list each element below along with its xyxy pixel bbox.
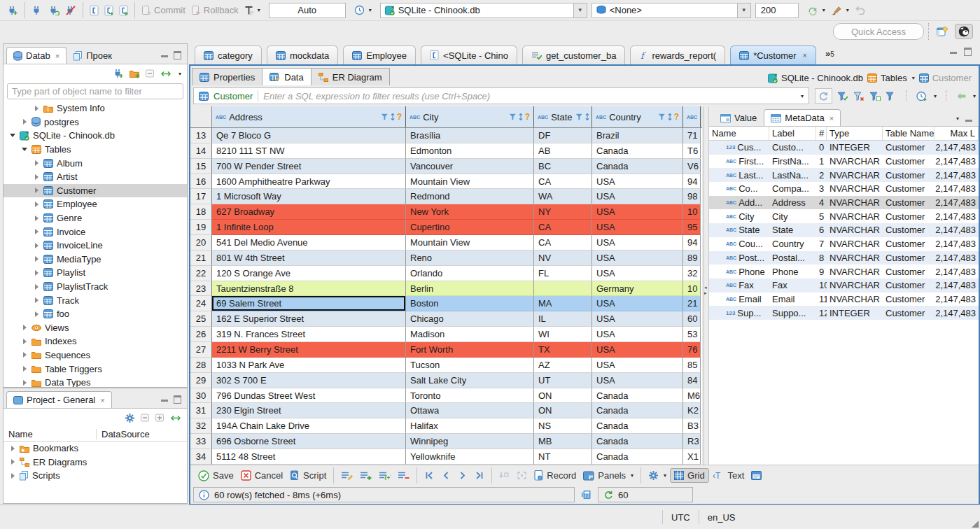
record-mode-button[interactable]: iRecord	[531, 469, 580, 482]
maximize-icon[interactable]	[964, 48, 972, 56]
data-cell[interactable]: 8210 111 ST NW	[212, 143, 406, 159]
expand-arrow-icon[interactable]	[33, 229, 40, 234]
data-cell[interactable]: 21	[683, 296, 701, 311]
sort-icon[interactable]	[518, 113, 524, 121]
sql-history-button[interactable]: ▾	[351, 3, 374, 17]
column-header-state[interactable]: ABCState?	[534, 106, 592, 127]
data-cell[interactable]: M6	[683, 388, 701, 404]
data-cell[interactable]: Halifax	[406, 418, 534, 434]
meta-column-table-name[interactable]: Table Name	[883, 127, 934, 140]
data-cell[interactable]: USA	[592, 266, 683, 281]
rollback-button[interactable]: Rollback	[188, 3, 241, 17]
data-cell[interactable]: Mountain View	[406, 174, 534, 190]
data-cell[interactable]: USA	[592, 189, 683, 204]
meta-column-max-l[interactable]: Max L	[934, 127, 979, 140]
open-sql-editor-button[interactable]	[102, 4, 116, 17]
tree-item-playlist[interactable]: Playlist	[4, 266, 187, 280]
expand-arrow-icon[interactable]	[21, 148, 28, 151]
editor-tab-get-customer-ba[interactable]: get_customer_ba	[522, 45, 625, 64]
data-cell[interactable]: USA	[592, 373, 683, 388]
column-header-city[interactable]: ABCCity?	[406, 106, 534, 127]
data-cell[interactable]: 319 N. Frances Street	[212, 327, 406, 342]
new-connection-button[interactable]	[4, 4, 21, 17]
tab-data[interactable]: Data	[262, 68, 311, 85]
data-cell[interactable]: 1 Infinite Loop	[212, 220, 406, 235]
tree-item-invoiceline[interactable]: InvoiceLine	[4, 239, 187, 253]
data-cell[interactable]: UT	[534, 373, 592, 388]
editor-tab--sqlite-chino[interactable]: <SQLite - Chino	[421, 45, 517, 64]
data-cell[interactable]: NY	[534, 204, 592, 220]
collapse-all-icon[interactable]	[146, 69, 155, 78]
data-cell[interactable]: 162 E Superior Street	[212, 311, 406, 327]
data-cell[interactable]: BC	[534, 159, 592, 174]
more-tabs-chevron[interactable]: »5	[821, 48, 839, 59]
project-item-scripts[interactable]: Scripts	[4, 469, 187, 483]
metadata-row[interactable]: ABCFaxFax10NVARCHARCustomer2,147,483	[709, 278, 979, 292]
auto-refresh-icon[interactable]	[916, 91, 927, 101]
tree-item-sqlite-chinook-db[interactable]: SQLite - Chinook.db	[4, 129, 187, 143]
data-cell[interactable]: 302 S 700 E	[212, 373, 406, 388]
data-cell[interactable]: T6	[683, 143, 701, 159]
data-cell[interactable]: NS	[534, 418, 592, 434]
new-sql-script-button[interactable]	[116, 4, 131, 17]
apply-filter-icon[interactable]	[837, 92, 848, 101]
data-cell[interactable]: USA	[592, 251, 683, 266]
result-settings-button[interactable]: ▾	[645, 469, 670, 482]
editor-tab-mockdata[interactable]: mockdata	[267, 45, 338, 64]
expand-arrow-icon[interactable]	[21, 352, 28, 358]
tab-er-diagram[interactable]: ER Diagram	[312, 68, 390, 85]
expand-arrow-icon[interactable]	[21, 325, 28, 330]
filter-funnel-icon[interactable]	[658, 113, 666, 121]
collapse-all-icon[interactable]	[141, 414, 150, 422]
data-cell[interactable]: B3	[683, 418, 701, 434]
project-item-bookmarks[interactable]: Bookmarks	[4, 442, 187, 456]
expand-arrow-icon[interactable]	[33, 106, 40, 111]
data-cell[interactable]: Canada	[592, 449, 683, 465]
sort-icon[interactable]	[584, 113, 590, 121]
metadata-row[interactable]: ABCStateState6NVARCHARCustomer2,147,483	[709, 223, 979, 237]
data-cell[interactable]: Mountain View	[406, 235, 534, 251]
data-cell[interactable]: CA	[534, 174, 592, 190]
data-cell[interactable]: Vancouver	[406, 159, 534, 174]
data-cell[interactable]: Canada	[592, 159, 683, 174]
expand-arrow-icon[interactable]	[9, 459, 16, 465]
tree-item-views[interactable]: Views	[4, 321, 187, 335]
column-null-toggle[interactable]: ?	[674, 112, 679, 122]
data-cell[interactable]: WA	[534, 189, 592, 204]
data-cell[interactable]: MA	[534, 296, 592, 311]
grid-view-button[interactable]: Grid	[670, 468, 709, 483]
tree-item-track[interactable]: Track	[4, 293, 187, 307]
data-cell[interactable]: USA	[592, 204, 683, 220]
connection-combo[interactable]: SQLite - Chinook.db ▼	[380, 3, 587, 18]
column-header-country[interactable]: ABCCountry?	[592, 106, 683, 127]
data-cell[interactable]: 10	[683, 281, 701, 297]
tree-item-data-types[interactable]: Data Types	[4, 376, 187, 387]
editor-tab--customer[interactable]: *Customer×	[730, 45, 816, 64]
data-cell[interactable]: 696 Osborne Street	[212, 434, 406, 449]
expand-arrow-icon[interactable]	[33, 202, 40, 207]
data-cell[interactable]: Tucson	[406, 358, 534, 373]
data-cell[interactable]: AB	[534, 143, 592, 159]
metadata-row[interactable]: ABCEmailEmail11NVARCHARCustomer2,147,483	[709, 292, 979, 306]
expand-arrow-icon[interactable]	[33, 160, 40, 166]
expand-arrow-icon[interactable]	[21, 380, 28, 386]
expand-arrow-icon[interactable]	[21, 366, 28, 372]
data-cell[interactable]: Cupertino	[406, 220, 534, 235]
save-filter-icon[interactable]	[869, 92, 881, 101]
data-cell[interactable]: AZ	[534, 358, 592, 373]
tab-value[interactable]: Value	[713, 109, 764, 126]
disconnect-button[interactable]	[62, 4, 79, 17]
dbeaver-perspective-button[interactable]	[955, 24, 973, 40]
data-cell[interactable]: Berlin	[406, 281, 534, 297]
data-cell[interactable]: USA	[592, 174, 683, 190]
tree-item-indexes[interactable]: Indexes	[4, 334, 187, 348]
data-cell[interactable]: Ottawa	[406, 403, 534, 418]
remove-filter-icon[interactable]	[853, 92, 864, 101]
link-editor-icon[interactable]	[170, 414, 181, 422]
cancel-button[interactable]: Cancel	[237, 469, 286, 482]
data-cell[interactable]: TX	[534, 342, 592, 358]
data-cell[interactable]: IL	[534, 311, 592, 327]
metadata-row[interactable]: ABCPost...Postal...8NVARCHARCustomer2,14…	[709, 251, 979, 265]
data-cell[interactable]: 98	[683, 189, 701, 204]
data-cell[interactable]: 32	[683, 266, 701, 281]
